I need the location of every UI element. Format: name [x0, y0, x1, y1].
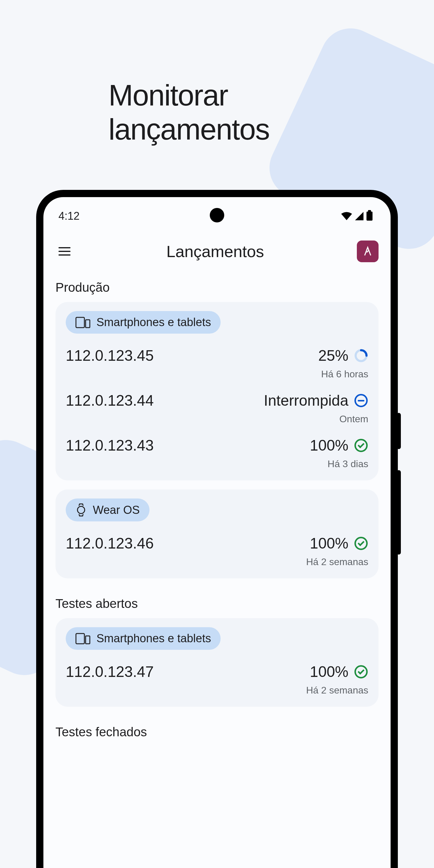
release-card: Smartphones e tablets112.0.123.47100%Há … — [56, 618, 378, 707]
check-icon — [354, 536, 368, 551]
app-avatar-button[interactable] — [357, 241, 378, 262]
release-row[interactable]: 112.0.123.4525%Há 6 horas — [66, 337, 368, 381]
release-row[interactable]: 112.0.123.47100%Há 2 semanas — [66, 653, 368, 698]
check-icon — [354, 664, 368, 679]
progress-icon — [354, 348, 368, 363]
chip-label: Smartphones e tablets — [96, 316, 211, 329]
release-row[interactable]: 112.0.123.46100%Há 2 semanas — [66, 524, 368, 569]
status-text: 100% — [310, 535, 348, 552]
status-column: 100%Há 2 semanas — [306, 663, 368, 696]
signal-icon — [355, 212, 364, 220]
content: ProduçãoSmartphones e tablets112.0.123.4… — [43, 271, 391, 747]
phone-screen: 4:12 Lançamentos ProduçãoSmartphones e t… — [43, 197, 391, 868]
status-column: 100%Há 2 semanas — [306, 535, 368, 567]
phone-frame: 4:12 Lançamentos ProduçãoSmartphones e t… — [36, 190, 398, 868]
svg-rect-5 — [76, 633, 84, 644]
devices-icon — [75, 633, 90, 644]
phone-button — [397, 413, 401, 449]
version-label: 112.0.123.46 — [66, 535, 154, 552]
status-icons — [341, 212, 373, 221]
screen-title: Lançamentos — [166, 242, 264, 261]
phone-camera — [210, 208, 224, 222]
time-label: Há 2 semanas — [306, 556, 368, 567]
svg-rect-1 — [86, 320, 90, 328]
watch-icon — [75, 503, 87, 517]
version-label: 112.0.123.47 — [66, 663, 154, 681]
status-text: 100% — [310, 437, 348, 454]
section-header: Testes abertos — [56, 587, 378, 618]
version-label: 112.0.123.43 — [66, 437, 154, 454]
time-label: Há 6 horas — [321, 369, 368, 380]
time-label: Há 3 dias — [328, 458, 368, 470]
time-label: Ontem — [339, 413, 368, 425]
check-icon — [354, 438, 368, 453]
svg-point-4 — [78, 506, 85, 514]
device-chip[interactable]: Wear OS — [66, 498, 150, 521]
status-text: 100% — [310, 663, 348, 681]
time-label: Há 2 semanas — [306, 685, 368, 696]
devices-icon — [75, 317, 90, 328]
section-header: Produção — [56, 271, 378, 302]
menu-button[interactable] — [56, 244, 73, 258]
release-row[interactable]: 112.0.123.44InterrompidaOntem — [66, 381, 368, 427]
status-column: 100%Há 3 dias — [310, 437, 368, 470]
app-bar: Lançamentos — [43, 228, 391, 271]
phone-button — [397, 470, 401, 555]
version-label: 112.0.123.44 — [66, 392, 154, 409]
wifi-icon — [341, 212, 352, 220]
section-header: Testes fechados — [56, 716, 378, 747]
version-label: 112.0.123.45 — [66, 347, 154, 364]
release-row[interactable]: 112.0.123.43100%Há 3 dias — [66, 427, 368, 471]
status-column: 25%Há 6 horas — [318, 347, 368, 380]
halt-icon — [354, 393, 368, 408]
device-chip[interactable]: Smartphones e tablets — [66, 311, 221, 334]
battery-icon — [367, 212, 373, 221]
device-chip[interactable]: Smartphones e tablets — [66, 627, 221, 650]
svg-rect-0 — [76, 317, 84, 328]
status-text: Interrompida — [264, 392, 348, 409]
status-time: 4:12 — [59, 210, 80, 222]
page-title: Monitorar lançamentos — [108, 79, 326, 147]
release-card: Smartphones e tablets112.0.123.4525%Há 6… — [56, 302, 378, 480]
status-column: InterrompidaOntem — [264, 392, 368, 425]
chip-label: Wear OS — [93, 504, 140, 517]
chip-label: Smartphones e tablets — [96, 632, 211, 645]
status-text: 25% — [318, 347, 348, 364]
release-card: Wear OS112.0.123.46100%Há 2 semanas — [56, 490, 378, 578]
svg-rect-6 — [86, 636, 90, 644]
